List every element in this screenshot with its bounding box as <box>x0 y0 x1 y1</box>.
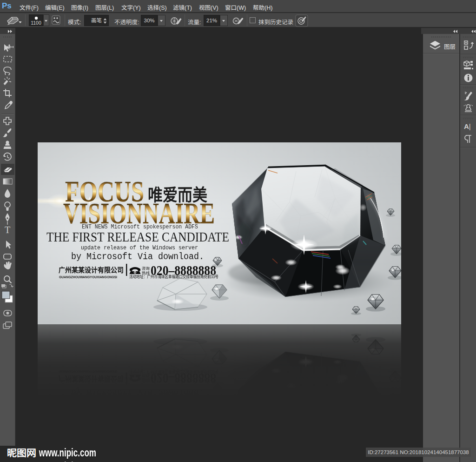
svg-text:update release of the Windows: update release of the Windows server <box>81 244 198 251</box>
svg-text:THE FIRST RELEASE CANDIDATE: THE FIRST RELEASE CANDIDATE <box>46 229 229 244</box>
svg-text:活动地址：广州市海珠区幸福路口交接幸福拐角处前33号: 活动地址：广州市海珠区幸福路口交接幸福拐角处前33号 <box>129 273 218 280</box>
svg-text:GUANGZHOUWANGYOUXIANGONGSI: GUANGZHOUWANGYOUXIANGONGSI <box>59 275 117 279</box>
svg-text:by Microsoft Via download.: by Microsoft Via download. <box>71 251 204 262</box>
svg-text:广州某某设计有限公司: 广州某某设计有限公司 <box>59 264 124 275</box>
svg-text:T: T <box>5 225 10 235</box>
